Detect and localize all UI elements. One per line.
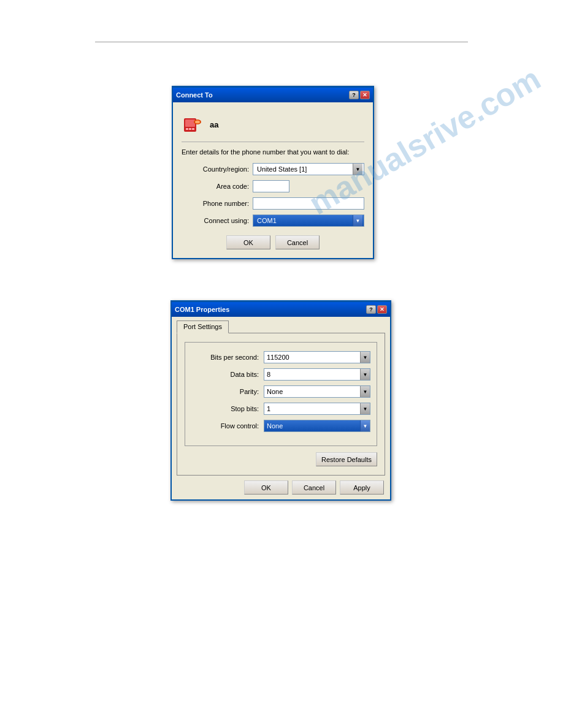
bits-dropdown-arrow[interactable]: ▼	[360, 352, 370, 363]
com1-tab-bar: Port Settings	[177, 320, 385, 333]
connect-dialog-title: Connect To	[176, 91, 213, 99]
com1-dialog-help-btn[interactable]: ?	[366, 305, 376, 314]
connect-using-value: COM1	[255, 217, 277, 224]
com1-tab-area: Port Settings Bits per second: 115200 ▼ …	[172, 320, 390, 476]
country-row: Country/region: United States [1] ▼	[182, 163, 364, 175]
country-value: United States [1]	[255, 165, 307, 173]
stop-bits-dropdown-arrow[interactable]: ▼	[360, 403, 370, 414]
data-bits-select[interactable]: 8 ▼	[264, 368, 370, 381]
flow-control-select[interactable]: None ▼	[264, 420, 370, 432]
connect-dialog-title-area: Connect To	[176, 91, 213, 99]
connect-dialog-controls: ? ✕	[349, 91, 370, 99]
area-code-row: Area code:	[182, 180, 364, 192]
data-bits-value: 8	[264, 371, 360, 378]
connect-dialog-body: aa Enter details for the phone number th…	[173, 102, 373, 258]
data-bits-dropdown-arrow[interactable]: ▼	[360, 369, 370, 380]
bits-per-second-row: Bits per second: 115200 ▼	[191, 351, 370, 363]
svg-rect-3	[189, 128, 191, 130]
com1-tab-content: Bits per second: 115200 ▼ Data bits: 8 ▼	[177, 333, 385, 476]
parity-select[interactable]: None ▼	[264, 385, 370, 398]
area-code-input[interactable]	[253, 180, 289, 192]
parity-value: None	[264, 388, 360, 395]
com1-cancel-button[interactable]: Cancel	[292, 480, 336, 495]
flow-control-value: None	[264, 422, 283, 430]
country-label: Country/region:	[182, 165, 249, 173]
data-bits-row: Data bits: 8 ▼	[191, 368, 370, 381]
parity-label: Parity:	[191, 388, 259, 395]
com1-dialog-title-area: COM1 Properties	[175, 306, 229, 313]
restore-defaults-button[interactable]: Restore Defaults	[316, 452, 377, 466]
bits-per-second-select[interactable]: 115200 ▼	[264, 351, 370, 363]
connect-dialog-buttons: OK Cancel	[182, 235, 364, 249]
connect-using-label: Connect using:	[182, 217, 249, 224]
area-code-label: Area code:	[182, 183, 249, 190]
connect-cancel-button[interactable]: Cancel	[275, 235, 320, 249]
tab-port-settings[interactable]: Port Settings	[177, 320, 229, 333]
com1-apply-button[interactable]: Apply	[340, 480, 384, 495]
connect-dialog-username: aa	[210, 120, 218, 129]
svg-rect-2	[186, 128, 188, 130]
com1-settings-box: Bits per second: 115200 ▼ Data bits: 8 ▼	[185, 342, 377, 446]
country-select[interactable]: United States [1] ▼	[253, 163, 364, 175]
stop-bits-label: Stop bits:	[191, 405, 259, 412]
connect-using-row: Connect using: COM1 ▼	[182, 214, 364, 227]
stop-bits-row: Stop bits: 1 ▼	[191, 403, 370, 415]
connect-to-dialog: Connect To ? ✕ aa	[172, 86, 374, 259]
com1-properties-dialog: COM1 Properties ? ✕ Port Settings Bits p…	[170, 300, 391, 501]
page-rule	[95, 42, 468, 42]
com1-dialog-titlebar: COM1 Properties ? ✕	[172, 302, 390, 317]
modem-icon	[182, 113, 204, 135]
connect-using-select[interactable]: COM1 ▼	[253, 214, 364, 227]
flow-dropdown-arrow[interactable]: ▼	[360, 420, 370, 431]
com1-dialog-controls: ? ✕	[366, 305, 387, 314]
com1-dialog-title: COM1 Properties	[175, 306, 229, 313]
connect-using-dropdown-arrow[interactable]: ▼	[353, 215, 362, 226]
connect-ok-button[interactable]: OK	[226, 235, 270, 249]
connect-instruction: Enter details for the phone number that …	[182, 148, 364, 156]
connect-header: aa	[182, 108, 364, 142]
phone-row: Phone number:	[182, 197, 364, 210]
svg-point-6	[195, 121, 200, 124]
restore-defaults-row: Restore Defaults	[185, 452, 377, 466]
connect-dialog-titlebar: Connect To ? ✕	[173, 88, 373, 102]
flow-control-row: Flow control: None ▼	[191, 420, 370, 432]
svg-rect-4	[192, 128, 194, 130]
com1-bottom-buttons: OK Cancel Apply	[172, 476, 390, 499]
svg-rect-1	[185, 119, 195, 127]
country-dropdown-arrow[interactable]: ▼	[353, 164, 362, 175]
phone-label: Phone number:	[182, 200, 249, 207]
com1-dialog-close-btn[interactable]: ✕	[377, 305, 387, 314]
bits-per-second-value: 115200	[264, 354, 360, 361]
data-bits-label: Data bits:	[191, 371, 259, 378]
connect-dialog-help-btn[interactable]: ?	[349, 91, 359, 99]
stop-bits-value: 1	[264, 405, 360, 412]
com1-ok-button[interactable]: OK	[244, 480, 288, 495]
connect-dialog-close-btn[interactable]: ✕	[360, 91, 370, 99]
flow-control-label: Flow control:	[191, 422, 259, 430]
parity-dropdown-arrow[interactable]: ▼	[360, 386, 370, 397]
phone-input[interactable]	[253, 197, 364, 210]
parity-row: Parity: None ▼	[191, 385, 370, 398]
stop-bits-select[interactable]: 1 ▼	[264, 403, 370, 415]
bits-per-second-label: Bits per second:	[191, 354, 259, 361]
